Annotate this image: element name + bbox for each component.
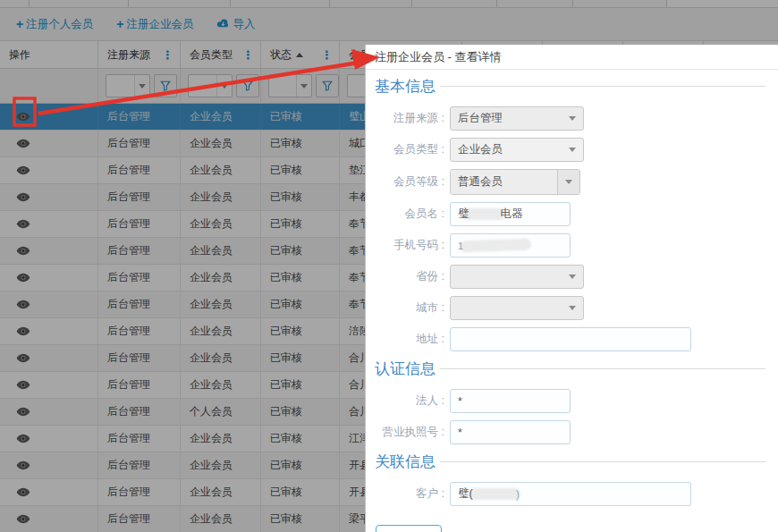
member-type-select[interactable]: 企业会员 xyxy=(450,138,584,162)
member-type-label: 会员类型 : xyxy=(375,142,450,157)
section-basic-label: 基本信息 xyxy=(375,76,436,97)
combobox-arrow-button[interactable] xyxy=(557,170,579,194)
member-level-label: 会员等级 : xyxy=(375,174,450,190)
section-basic-info: 基本信息 xyxy=(375,76,769,97)
legal-person-label: 法人 : xyxy=(375,393,450,409)
section-auth-info: 认证信息 xyxy=(375,359,769,379)
section-divider-line xyxy=(440,86,765,87)
chevron-down-icon xyxy=(565,180,572,184)
panel-title: 注册企业会员 - 查看详情 xyxy=(366,45,778,70)
member-level-value: 普通会员 xyxy=(451,170,557,194)
customer-prefix: 璧( xyxy=(458,486,473,502)
chevron-down-icon xyxy=(569,274,576,279)
legal-person-value: * xyxy=(458,395,462,408)
city-select[interactable] xyxy=(450,296,584,320)
close-button[interactable]: ✕ 关闭 xyxy=(376,525,442,532)
province-select[interactable] xyxy=(450,265,584,289)
section-auth-label: 认证信息 xyxy=(375,359,436,379)
legal-person-input[interactable]: * xyxy=(450,389,571,413)
province-label: 省份 : xyxy=(375,269,450,284)
license-no-value: * xyxy=(458,426,462,439)
member-name-prefix: 璧 xyxy=(458,207,469,222)
reg-source-value: 后台管理 xyxy=(458,111,503,126)
city-label: 城市 : xyxy=(375,300,450,316)
redaction-blob xyxy=(469,488,520,500)
section-relation-info: 关联信息 xyxy=(375,452,769,472)
member-name-input[interactable]: 璧 电器 xyxy=(450,202,571,226)
customer-label: 客户 : xyxy=(375,486,450,502)
phone-prefix: 1 xyxy=(458,241,463,251)
section-divider-line xyxy=(440,461,765,462)
member-type-value: 企业会员 xyxy=(458,142,503,157)
chevron-down-icon xyxy=(569,306,576,310)
reg-source-select[interactable]: 后台管理 xyxy=(450,106,584,131)
member-level-combobox[interactable]: 普通会员 xyxy=(450,169,580,195)
section-divider-line xyxy=(440,368,765,369)
phone-label: 手机号码 : xyxy=(375,238,450,253)
chevron-down-icon xyxy=(569,116,576,121)
member-admin-screen: + 注册个人会员 + 注册企业会员 导入 操作注册来源⋮会员类型⋮状态⋮会员名⋮… xyxy=(0,0,778,532)
member-detail-panel: 注册企业会员 - 查看详情 基本信息 注册来源 : 后台管理 会员类型 : 企业… xyxy=(365,45,778,532)
license-no-label: 营业执照号 : xyxy=(375,425,450,440)
phone-input[interactable]: 1 xyxy=(450,233,571,258)
reg-source-label: 注册来源 : xyxy=(375,111,450,126)
address-input[interactable] xyxy=(450,327,691,351)
member-name-suffix: 电器 xyxy=(501,207,523,222)
chevron-down-icon xyxy=(569,148,576,152)
address-label: 地址 : xyxy=(375,332,450,347)
customer-suffix: ) xyxy=(516,488,520,501)
member-name-label: 会员名 : xyxy=(375,207,450,222)
section-relation-label: 关联信息 xyxy=(375,452,436,472)
license-no-input[interactable]: * xyxy=(450,420,571,444)
customer-input[interactable]: 璧( ) xyxy=(450,482,691,506)
redaction-blob xyxy=(460,239,531,253)
